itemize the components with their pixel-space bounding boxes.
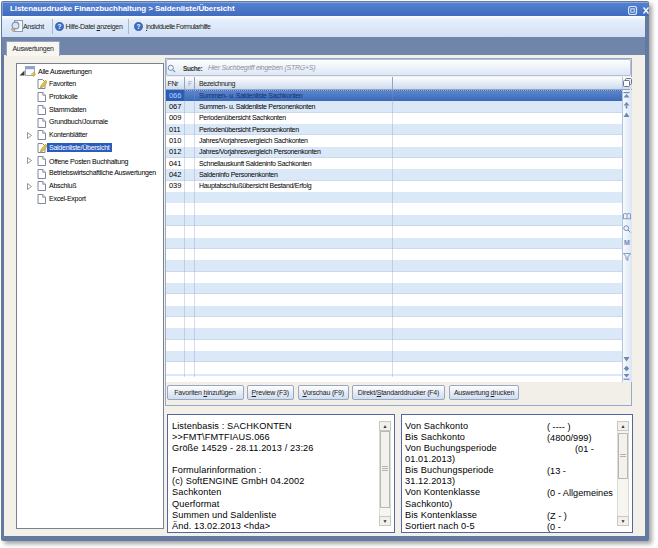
svg-text:?: ? [137,23,141,30]
svg-text:?: ? [58,23,62,30]
svg-text:M: M [624,239,630,246]
